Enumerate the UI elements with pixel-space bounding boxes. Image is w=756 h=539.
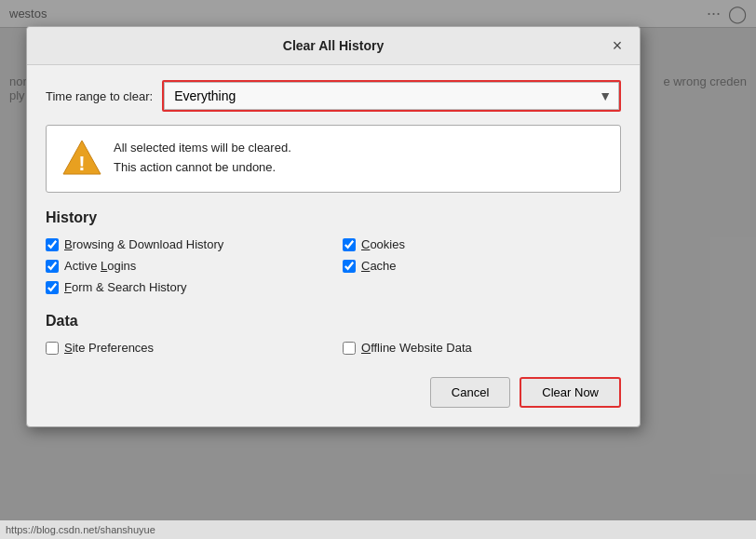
warning-box: ! All selected items will be cleared. Th…	[46, 125, 621, 193]
dialog-titlebar: Clear All History ×	[27, 27, 640, 65]
warning-line2: This action cannot be undone.	[114, 158, 291, 178]
checkbox-offline-data-label[interactable]: Offline Website Data	[361, 341, 472, 355]
checkbox-cache-item: Cache	[343, 259, 621, 273]
warning-triangle-icon: !	[61, 139, 102, 179]
checkbox-active-logins-label[interactable]: Active Logins	[64, 259, 136, 273]
checkbox-form-search-label[interactable]: Form & Search History	[64, 280, 187, 294]
svg-text:!: !	[78, 152, 85, 175]
checkbox-form-search[interactable]	[46, 281, 59, 294]
checkbox-browsing[interactable]	[46, 238, 59, 251]
checkbox-cookies[interactable]	[343, 238, 356, 251]
checkbox-cache[interactable]	[343, 260, 356, 273]
checkbox-offline-data[interactable]	[343, 342, 356, 355]
history-section-title: History	[46, 209, 621, 226]
checkbox-cache-label[interactable]: Cache	[361, 259, 397, 273]
clear-history-dialog: Clear All History × Time range to clear:…	[26, 26, 641, 427]
warning-text: All selected items will be cleared. This…	[114, 139, 291, 178]
checkbox-form-item: Form & Search History	[46, 280, 324, 294]
checkbox-active-logins[interactable]	[46, 260, 59, 273]
dialog-body: Time range to clear: Everything Last Hou…	[27, 65, 640, 426]
cancel-button[interactable]: Cancel	[430, 377, 510, 408]
data-checkboxes: Site Preferences Offline Website Data	[46, 341, 621, 355]
url-text: https://blog.csdn.net/shanshuyue	[6, 524, 155, 535]
checkbox-cookies-item: Cookies	[343, 237, 621, 251]
history-checkboxes: Browsing & Download History Cookies Acti…	[46, 237, 621, 294]
checkbox-browsing-item: Browsing & Download History	[46, 237, 324, 251]
dialog-footer: Cancel Clear Now	[46, 373, 621, 408]
time-range-select-wrapper: Everything Last Hour Last Two Hours Last…	[162, 80, 621, 112]
warning-svg: !	[61, 139, 102, 176]
clear-now-button[interactable]: Clear Now	[520, 377, 621, 408]
checkbox-site-prefs-item: Site Preferences	[46, 341, 324, 355]
warning-line1: All selected items will be cleared.	[114, 139, 291, 158]
data-section: Data Site Preferences Offline Website Da…	[46, 313, 621, 355]
time-range-row: Time range to clear: Everything Last Hou…	[46, 80, 621, 112]
checkbox-cookies-label[interactable]: Cookies	[361, 237, 405, 251]
dialog-title: Clear All History	[59, 38, 608, 53]
checkbox-browsing-label[interactable]: Browsing & Download History	[64, 237, 223, 251]
checkbox-active-logins-item: Active Logins	[46, 259, 324, 273]
checkbox-site-prefs[interactable]	[46, 342, 59, 355]
checkbox-site-prefs-label[interactable]: Site Preferences	[64, 341, 154, 355]
close-button[interactable]: ×	[608, 36, 627, 55]
time-range-label: Time range to clear:	[46, 89, 153, 103]
data-section-title: Data	[46, 313, 621, 330]
checkbox-offline-item: Offline Website Data	[343, 341, 621, 355]
url-bar: https://blog.csdn.net/shanshuyue	[0, 520, 756, 539]
time-range-select[interactable]: Everything Last Hour Last Two Hours Last…	[164, 82, 619, 110]
history-section: History Browsing & Download History Cook…	[46, 209, 621, 294]
